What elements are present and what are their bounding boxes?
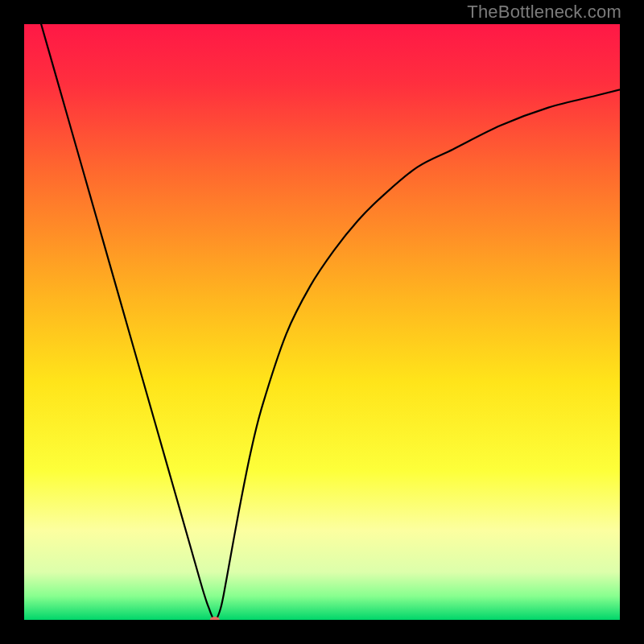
chart-frame: TheBottleneck.com bbox=[0, 0, 644, 644]
watermark-text: TheBottleneck.com bbox=[467, 2, 621, 23]
plot-svg bbox=[24, 24, 620, 620]
plot-area bbox=[24, 24, 620, 620]
